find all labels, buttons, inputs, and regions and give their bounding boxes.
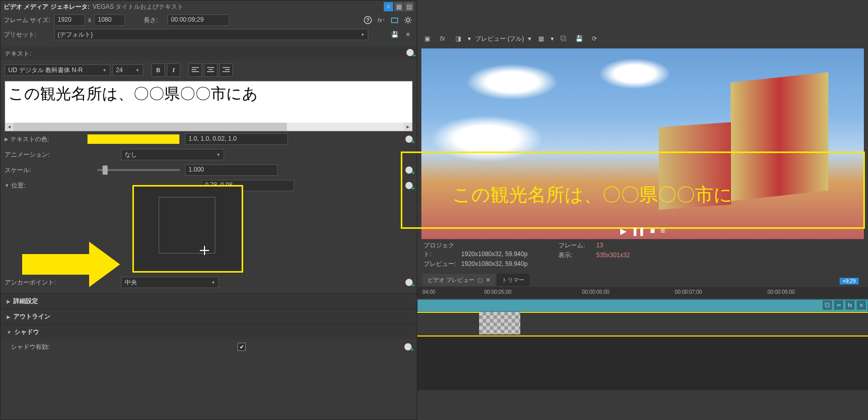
overlay-icon[interactable] <box>389 14 400 26</box>
refresh-icon[interactable]: ⟳ <box>589 33 600 44</box>
track-tool-icon[interactable]: ⿻ <box>823 300 832 310</box>
collapse-icon[interactable]: ▼ <box>5 183 9 188</box>
position-editor[interactable] <box>132 185 243 273</box>
track-fx-icon[interactable]: fx <box>845 300 855 310</box>
slider-thumb[interactable] <box>103 165 108 175</box>
generator-title-value: VEGAS タイトルおよびテキスト <box>93 3 184 11</box>
preview-toolbar: ▣ fx ◨ ▾ プレビュー (フル) ▾ ▦ ▾ ⿻ 💾 ⟳ <box>417 31 868 46</box>
scale-value[interactable]: 1.000 <box>185 164 278 176</box>
outline-label: アウトライン <box>13 312 50 321</box>
frame-height-input[interactable]: 1080 <box>94 14 125 26</box>
generator-title-label: ビデオ メディア ジェネレータ: <box>4 3 90 11</box>
scale-slider[interactable] <box>97 169 180 171</box>
svg-line-10 <box>405 22 406 23</box>
text-color-label: テキストの色: <box>10 135 49 144</box>
close-icon[interactable]: ✕ <box>486 277 490 283</box>
fx-icon[interactable]: fx <box>437 33 448 44</box>
keyframe-icon[interactable] <box>406 49 414 56</box>
transparent-clip-icon[interactable] <box>479 312 520 334</box>
preview-settings-icon[interactable]: ▣ <box>421 33 433 44</box>
text-scrollbar[interactable]: ◄ ► <box>5 123 412 131</box>
svg-text:?: ? <box>366 17 370 23</box>
animation-label: アニメーション: <box>5 150 49 159</box>
frame-width-input[interactable]: 1920 <box>54 14 85 26</box>
preview-and-timeline: ▣ fx ◨ ▾ プレビュー (フル) ▾ ▦ ▾ ⿻ 💾 ⟳ この観光名所は、… <box>417 0 868 420</box>
expand-icon: ▶ <box>7 314 10 320</box>
text-color-swatch[interactable] <box>87 134 180 144</box>
generator-titlebar: ビデオ メディア ジェネレータ: VEGAS タイトルおよびテキスト ≡ ▦ ▤ <box>1 1 417 13</box>
frame-x-label: x <box>88 16 91 24</box>
font-size-combo[interactable]: 24 <box>112 64 143 76</box>
track-menu-icon[interactable]: ≡ <box>857 300 866 310</box>
position-crosshair-icon[interactable] <box>200 246 209 255</box>
preview-mode-label[interactable]: プレビュー (フル) <box>475 35 524 43</box>
font-combo[interactable]: UD デジタル 教科書体 N-R <box>5 64 110 76</box>
stop-icon[interactable]: ■ <box>650 226 655 236</box>
preview-value: 1920x1080x32, 59.940p <box>461 260 527 267</box>
shadow-enable-checkbox[interactable]: ✔ <box>237 343 246 351</box>
svg-line-11 <box>410 18 411 19</box>
track-crop-icon[interactable]: ✂ <box>834 300 843 310</box>
ruler-tick: 00:00:08;00 <box>768 289 795 295</box>
shadow-section[interactable]: ▼ シャドウ <box>1 324 417 340</box>
shadow-enable-label: シャドウ有効: <box>11 343 49 351</box>
text-input-area[interactable]: この観光名所は、〇〇県〇〇市にあ ◄ ► <box>5 81 413 131</box>
align-left-button[interactable] <box>189 63 202 77</box>
scroll-left-icon[interactable]: ◄ <box>5 123 13 131</box>
view-detail-icon[interactable]: ▤ <box>404 2 414 11</box>
scroll-thumb[interactable] <box>13 123 287 131</box>
video-preview: この観光名所は、〇〇県〇〇市に ▶ ❚❚ ■ ≡ <box>421 48 864 239</box>
text-color-values[interactable]: 1.0, 1.0, 0.02, 1.0 <box>185 133 288 145</box>
undock-icon[interactable]: ▢ <box>478 277 483 283</box>
display-label: 表示: <box>558 251 594 260</box>
tab-video-preview[interactable]: ビデオ プレビュー ▢ ✕ <box>422 274 496 286</box>
copy-icon[interactable]: ⿻ <box>558 33 569 44</box>
italic-button[interactable]: I <box>167 63 180 77</box>
view-grid-icon[interactable]: ▦ <box>394 2 403 11</box>
position-safe-frame <box>159 197 215 254</box>
bold-button[interactable]: B <box>151 63 165 77</box>
animation-combo[interactable]: なし <box>121 149 224 160</box>
video-track-clip[interactable] <box>417 299 868 312</box>
preset-row: プリセット: (デフォルト) 💾 ✕ <box>1 27 417 42</box>
project-value: 1920x1080x32, 59.940p <box>461 250 527 258</box>
menu-icon[interactable]: ≡ <box>660 226 665 236</box>
keyframe-icon[interactable] <box>405 136 413 143</box>
pause-icon[interactable]: ❚❚ <box>632 226 645 236</box>
tab-trimmer[interactable]: トリマー <box>497 274 530 286</box>
preset-combo[interactable]: (デフォルト) <box>54 29 368 40</box>
ruler-tick: 00:00:06;00 <box>582 289 609 295</box>
preview-label: プレビュー: <box>423 260 459 268</box>
save-preset-icon[interactable]: 💾 <box>389 29 400 40</box>
scroll-track[interactable] <box>13 123 404 131</box>
expand-icon: ▶ <box>7 299 10 304</box>
save-snapshot-icon[interactable]: 💾 <box>573 33 585 44</box>
outline-section[interactable]: ▶ アウトライン <box>1 309 417 324</box>
delete-preset-icon[interactable]: ✕ <box>402 29 414 40</box>
text-color-row: ▶テキストの色: 1.0, 1.0, 0.02, 1.0 <box>5 131 413 147</box>
time-ruler[interactable]: 04;00 00:00:05;00 00:00:06;00 00:00:07;0… <box>417 287 868 299</box>
align-center-button[interactable] <box>204 63 217 77</box>
view-list-icon[interactable]: ≡ <box>384 2 393 11</box>
help-icon[interactable]: ? <box>362 14 373 26</box>
frame-number: 13 <box>596 242 603 249</box>
length-input[interactable]: 00:00:09;29 <box>167 14 229 26</box>
split-icon[interactable]: ◨ <box>452 33 464 44</box>
keyframe-icon[interactable] <box>405 279 413 286</box>
expand-icon[interactable]: ▶ <box>5 137 8 142</box>
text-section-header: テキスト: <box>1 47 417 60</box>
fx-icon[interactable]: fx+ <box>376 14 387 26</box>
advanced-label: 詳細設定 <box>13 297 38 306</box>
svg-rect-2 <box>392 18 398 23</box>
gear-icon[interactable] <box>402 14 414 26</box>
position-label: 位置: <box>11 181 25 190</box>
scroll-right-icon[interactable]: ► <box>404 123 412 131</box>
grid-icon[interactable]: ▦ <box>535 33 547 44</box>
svg-line-8 <box>405 18 406 19</box>
anchor-combo[interactable]: 中央 <box>121 277 219 288</box>
advanced-section[interactable]: ▶ 詳細設定 <box>1 293 417 309</box>
keyframe-icon[interactable] <box>404 343 412 350</box>
play-icon[interactable]: ▶ <box>620 226 626 236</box>
track-tools: ⿻ ✂ fx ≡ <box>823 300 866 310</box>
align-right-button[interactable] <box>219 63 233 77</box>
